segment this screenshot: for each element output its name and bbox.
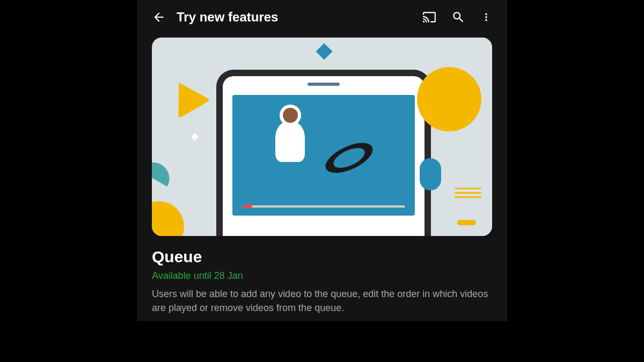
feature-illustration bbox=[152, 38, 492, 236]
video-progress-bar bbox=[242, 205, 405, 208]
video-frame bbox=[232, 95, 415, 216]
feature-panel: Try new features bbox=[137, 0, 507, 321]
cast-button[interactable] bbox=[422, 10, 436, 24]
page-title: Try new features bbox=[177, 10, 412, 25]
header-actions bbox=[422, 10, 492, 24]
diamond-shape bbox=[316, 43, 332, 60]
half-circle-shape bbox=[152, 157, 175, 187]
pill-shape bbox=[420, 158, 441, 190]
phone-speaker bbox=[308, 83, 340, 86]
triangle-shape bbox=[163, 73, 211, 119]
feature-content: Queue Available until 28 Jan Users will … bbox=[152, 236, 492, 315]
astronaut-illustration bbox=[275, 122, 305, 162]
satellite-illustration bbox=[321, 137, 377, 179]
phone-mockup bbox=[216, 70, 431, 236]
feature-availability: Available until 28 Jan bbox=[152, 270, 492, 282]
feature-description: Users will be able to add any video to t… bbox=[152, 287, 492, 315]
sparkle-icon bbox=[191, 133, 199, 141]
feature-card[interactable]: Queue Available until 28 Jan Users will … bbox=[152, 38, 492, 315]
more-vert-icon bbox=[480, 10, 492, 24]
cast-icon bbox=[422, 10, 436, 24]
dash-shape bbox=[457, 220, 476, 225]
waves-shape bbox=[455, 188, 481, 201]
yarn-ball-shape bbox=[152, 201, 184, 236]
header: Try new features bbox=[152, 10, 492, 25]
more-button[interactable] bbox=[480, 10, 492, 24]
search-icon bbox=[451, 10, 465, 24]
back-button[interactable] bbox=[152, 10, 166, 24]
arrow-left-icon bbox=[152, 10, 166, 24]
search-button[interactable] bbox=[451, 10, 465, 24]
feature-title: Queue bbox=[152, 248, 492, 266]
circle-shape bbox=[417, 67, 481, 131]
